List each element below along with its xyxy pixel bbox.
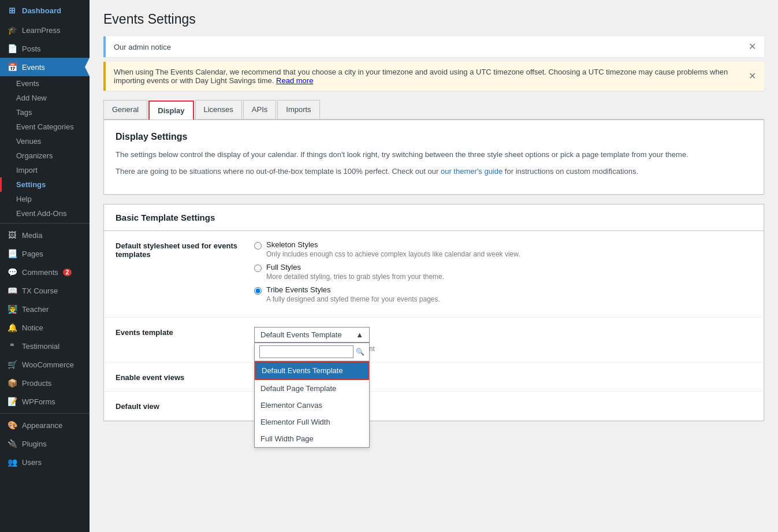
- dropdown-arrow-icon: ▲: [356, 330, 363, 339]
- dropdown-option-elementor-full-width[interactable]: Elementor Full Width: [255, 414, 369, 430]
- pages-icon: 📃: [7, 248, 17, 259]
- skeleton-desc: Only includes enough css to achieve comp…: [266, 250, 520, 258]
- stylesheet-row: Default stylesheet used for events templ…: [104, 231, 764, 318]
- tribe-styles-radio[interactable]: [254, 287, 262, 295]
- notice-icon: 🔔: [7, 322, 17, 333]
- users-icon: 👥: [7, 457, 17, 467]
- sidebar-sub-import[interactable]: Import: [0, 163, 90, 177]
- sidebar-item-comments[interactable]: 💬 Comments 2: [0, 263, 90, 281]
- sidebar-item-plugins[interactable]: 🔌 Plugins: [0, 434, 90, 453]
- sidebar-sub-add-new[interactable]: Add New: [0, 91, 90, 105]
- default-view-row: Default view No select options specified: [104, 392, 764, 421]
- sidebar-sub-event-addons[interactable]: Event Add-Ons: [0, 206, 90, 221]
- appearance-icon: 🎨: [7, 420, 17, 430]
- sidebar-sub-events-list[interactable]: Events: [0, 76, 90, 91]
- sidebar-item-users[interactable]: 👥 Users: [0, 453, 90, 471]
- display-settings-desc1: The settings below control the display o…: [116, 149, 752, 161]
- events-template-row: Events template Default Events Template …: [104, 318, 764, 363]
- events-template-label: Events template: [116, 327, 243, 337]
- default-view-label: Default view: [116, 401, 243, 411]
- testimonial-icon: ❝: [7, 341, 17, 351]
- tx-course-icon: 📖: [7, 285, 17, 296]
- full-styles-label: Full Styles: [266, 263, 444, 271]
- media-icon: 🖼: [7, 230, 17, 240]
- display-settings-card: Display Settings The settings below cont…: [103, 120, 764, 195]
- woocommerce-icon: 🛒: [7, 359, 17, 370]
- basic-template-section: Basic Template Settings Default styleshe…: [103, 204, 764, 421]
- dropdown-search-input[interactable]: [259, 345, 353, 358]
- stylesheet-control: Skeleton Styles Only includes enough css…: [254, 240, 752, 308]
- skeleton-label: Skeleton Styles: [266, 240, 520, 249]
- sidebar-item-products[interactable]: 📦 Products: [0, 374, 90, 392]
- sidebar-item-pages[interactable]: 📃 Pages: [0, 244, 90, 263]
- tab-apis[interactable]: APIs: [243, 100, 276, 119]
- themers-guide-link[interactable]: our themer's guide: [441, 167, 502, 176]
- sidebar-item-appearance[interactable]: 🎨 Appearance: [0, 416, 90, 434]
- sidebar-sub-venues[interactable]: Venues: [0, 134, 90, 148]
- stylesheet-label: Default stylesheet used for events templ…: [116, 240, 243, 259]
- comments-icon: 💬: [7, 267, 17, 277]
- dropdown-search-container: 🔍: [255, 343, 369, 361]
- tab-general[interactable]: General: [103, 100, 147, 119]
- sidebar-sub-settings[interactable]: Settings: [0, 177, 90, 192]
- sidebar-sub-organizers[interactable]: Organizers: [0, 148, 90, 163]
- admin-notice-close[interactable]: ✕: [749, 42, 756, 51]
- sidebar-item-wpforms[interactable]: 📝 WPForms: [0, 392, 90, 411]
- main-content: Events Settings Our admin notice ✕ When …: [90, 0, 778, 532]
- tribe-styles-option: Tribe Events Styles A fully designed and…: [254, 285, 752, 303]
- dropdown-selected-label: Default Events Template: [260, 330, 342, 339]
- teacher-icon: 👨‍🏫: [7, 304, 17, 314]
- settings-tabs: General Display Licenses APIs Imports: [103, 100, 764, 120]
- sidebar-item-woocommerce[interactable]: 🛒 WooCommerce: [0, 355, 90, 374]
- sidebar-item-dashboard[interactable]: ⊞ Dashboard: [0, 0, 90, 21]
- plugins-icon: 🔌: [7, 438, 17, 449]
- read-more-link[interactable]: Read more: [276, 76, 313, 85]
- chevron-right-indicator: [85, 58, 90, 76]
- dropdown-option-default-events[interactable]: Default Events Template: [255, 361, 369, 380]
- sidebar-item-media[interactable]: 🖼 Media: [0, 226, 90, 244]
- full-styles-option: Full Styles More detailed styling, tries…: [254, 263, 752, 281]
- wpforms-icon: 📝: [7, 396, 17, 407]
- skeleton-radio[interactable]: [254, 242, 262, 250]
- sidebar-sub-tags[interactable]: Tags: [0, 105, 90, 120]
- enable-event-views-row: Enable event views: [104, 363, 764, 392]
- display-settings-desc2: There are going to be situations where n…: [116, 166, 752, 178]
- dropdown-option-default-page[interactable]: Default Page Template: [255, 380, 369, 397]
- tab-imports[interactable]: Imports: [277, 100, 319, 119]
- sidebar-item-notice[interactable]: 🔔 Notice: [0, 318, 90, 337]
- dropdown-option-full-width-page[interactable]: Full Width Page: [255, 430, 369, 447]
- basic-template-title: Basic Template Settings: [104, 204, 764, 231]
- tab-licenses[interactable]: Licenses: [195, 100, 242, 119]
- sidebar-sub-help[interactable]: Help: [0, 192, 90, 206]
- display-settings-title: Display Settings: [116, 132, 752, 142]
- products-icon: 📦: [7, 378, 17, 388]
- sidebar-sub-event-categories[interactable]: Event Categories: [0, 120, 90, 134]
- sidebar-item-learnpress[interactable]: 🎓 LearnPress: [0, 21, 90, 39]
- dropdown-option-elementor-canvas[interactable]: Elementor Canvas: [255, 397, 369, 414]
- dashboard-icon: ⊞: [7, 5, 17, 16]
- events-icon: 📅: [7, 62, 17, 72]
- page-title: Events Settings: [103, 12, 764, 27]
- comments-badge: 2: [63, 269, 72, 276]
- utc-notice-close[interactable]: ✕: [749, 72, 756, 81]
- enable-event-views-label: Enable event views: [116, 372, 243, 382]
- sidebar: ⊞ Dashboard 🎓 LearnPress 📄 Posts 📅 Event…: [0, 0, 90, 532]
- tribe-styles-desc: A fully designed and styled theme for yo…: [266, 295, 440, 303]
- events-template-control: Default Events Template ▲ 🔍 Default Even…: [254, 327, 752, 353]
- search-icon: 🔍: [356, 348, 364, 356]
- full-styles-radio[interactable]: [254, 265, 262, 272]
- sidebar-item-events[interactable]: 📅 Events: [0, 58, 90, 76]
- events-template-dropdown-wrapper: Default Events Template ▲ 🔍 Default Even…: [254, 327, 370, 343]
- tab-display[interactable]: Display: [148, 101, 193, 120]
- posts-icon: 📄: [7, 43, 17, 54]
- sidebar-item-tx-course[interactable]: 📖 TX Course: [0, 281, 90, 300]
- admin-notice: Our admin notice ✕: [103, 36, 764, 57]
- admin-notice-text: Our admin notice: [114, 43, 171, 51]
- sidebar-item-posts[interactable]: 📄 Posts: [0, 39, 90, 58]
- events-template-dropdown-btn[interactable]: Default Events Template ▲: [254, 327, 370, 343]
- learnpress-icon: 🎓: [7, 25, 17, 35]
- full-styles-desc: More detailed styling, tries to grab sty…: [266, 273, 444, 281]
- utc-notice: When using The Events Calendar, we recom…: [103, 62, 764, 91]
- sidebar-item-teacher[interactable]: 👨‍🏫 Teacher: [0, 300, 90, 318]
- sidebar-item-testimonial[interactable]: ❝ Testimonial: [0, 337, 90, 355]
